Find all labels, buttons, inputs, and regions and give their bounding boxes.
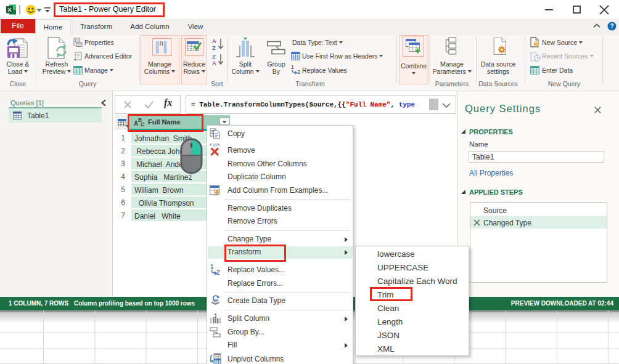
svg-text:A: A <box>212 60 216 67</box>
svg-text:1: 1 <box>291 64 294 70</box>
svg-text:?: ? <box>610 23 613 30</box>
svg-text:2: 2 <box>297 69 300 75</box>
svg-text:X: X <box>7 6 12 13</box>
svg-text:A: A <box>212 38 216 44</box>
svg-text:1: 1 <box>210 264 214 270</box>
svg-text:2: 2 <box>216 269 220 275</box>
svg-text:Z: Z <box>212 53 216 60</box>
svg-text:Z: Z <box>212 44 216 51</box>
